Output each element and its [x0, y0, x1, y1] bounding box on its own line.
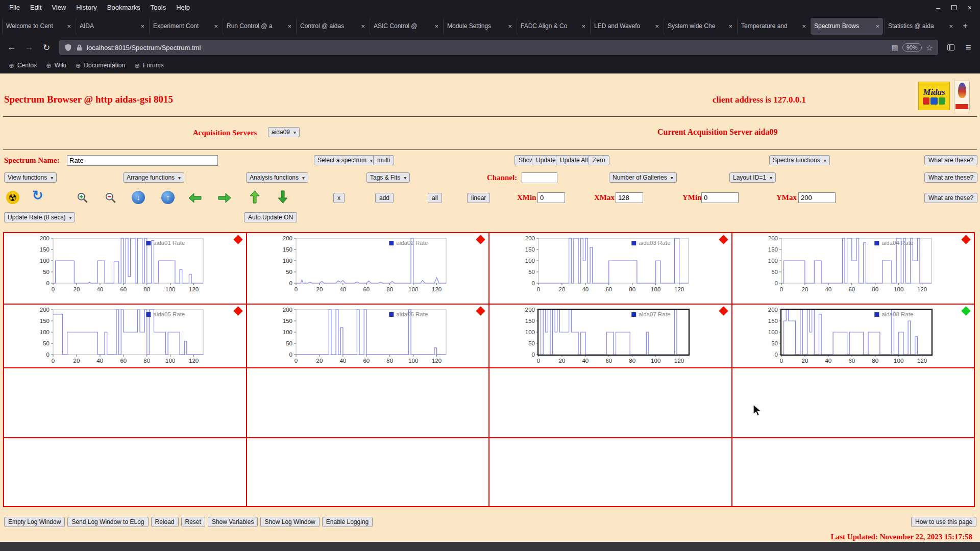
multi-button[interactable]: multi [373, 155, 394, 165]
midas-logo[interactable]: Midas [918, 82, 950, 110]
reload-button[interactable]: ↻ [39, 40, 54, 55]
how-to-use-button[interactable]: How to use this page [911, 517, 976, 527]
gallery-cell-aida08[interactable]: 050100150200020406080100120aida08 Rate [732, 304, 975, 368]
acquisition-server-select[interactable]: aida09 [268, 127, 300, 137]
tab-close-icon[interactable]: × [287, 22, 291, 30]
menu-edit[interactable]: Edit [25, 0, 46, 15]
new-tab-button[interactable]: + [957, 18, 973, 34]
browser-tab[interactable]: Run Control @ a× [223, 18, 295, 35]
show-variables-button[interactable]: Show Variables [208, 517, 258, 527]
gallery-cell-empty[interactable] [489, 438, 732, 507]
arrange-functions-dropdown[interactable]: Arrange functions [123, 172, 184, 183]
what-are-these-button-2[interactable]: What are these? [924, 172, 977, 183]
browser-tab[interactable]: Temperature and× [737, 18, 810, 35]
gallery-cell-aida06[interactable]: 050100150200020406080100120aida06 Rate [247, 304, 489, 368]
select-spectrum-dropdown[interactable]: Select a spectrum [314, 155, 376, 165]
tab-close-icon[interactable]: × [361, 22, 365, 30]
send-log-window-to-elog-button[interactable]: Send Log Window to ELog [67, 517, 148, 527]
x-button[interactable]: x [333, 193, 345, 203]
gallery-cell-empty[interactable] [247, 438, 489, 507]
add-button[interactable]: add [375, 193, 394, 203]
spectrum-chart-aida08[interactable]: 050100150200020406080100120aida08 Rate [732, 305, 975, 367]
tcl-powered-logo[interactable] [954, 81, 970, 111]
back-button[interactable]: ← [4, 40, 19, 55]
zoom-in-icon[interactable] [76, 191, 90, 205]
reader-mode-icon[interactable]: ▤ [891, 43, 898, 52]
scroll-up-icon[interactable]: ↑ [161, 191, 175, 204]
bookmark-centos[interactable]: ⊕Centos [4, 60, 41, 71]
spectrum-chart-aida01[interactable]: 050100150200020406080100120aida01 Rate [4, 233, 247, 295]
menu-bookmarks[interactable]: Bookmarks [102, 0, 145, 15]
xmin-input[interactable] [537, 192, 565, 203]
tab-close-icon[interactable]: × [67, 22, 71, 30]
what-are-these-button-3[interactable]: What are these? [924, 193, 977, 203]
menu-view[interactable]: View [46, 0, 71, 15]
spectrum-chart-aida03[interactable]: 050100150200020406080100120aida03 Rate [489, 233, 732, 295]
linear-button[interactable]: linear [467, 193, 490, 203]
bookmark-star-icon[interactable]: ☆ [926, 43, 933, 53]
url-text[interactable]: localhost:8015/Spectrum/Spectrum.tml [87, 44, 887, 52]
lock-icon[interactable] [76, 44, 83, 52]
reload-button[interactable]: Reload [151, 517, 179, 527]
gallery-cell-aida01[interactable]: 050100150200020406080100120aida01 Rate [4, 233, 247, 304]
zoom-indicator[interactable]: 90% [902, 43, 922, 52]
browser-tab[interactable]: AIDA× [76, 18, 148, 35]
sidebar-icon[interactable] [943, 40, 959, 55]
show-log-window-button[interactable]: Show Log Window [260, 517, 319, 527]
gallery-cell-empty[interactable] [4, 438, 247, 507]
pan-up-icon[interactable] [248, 190, 262, 204]
zoom-out-icon[interactable] [104, 191, 118, 205]
tab-close-icon[interactable]: × [949, 22, 953, 30]
browser-tab[interactable]: ASIC Control @× [370, 18, 442, 35]
gallery-cell-empty[interactable] [489, 368, 732, 438]
spectrum-chart-aida07[interactable]: 050100150200020406080100120aida07 Rate [489, 305, 732, 367]
gallery-cell-aida02[interactable]: 050100150200020406080100120aida02 Rate [247, 233, 489, 304]
tab-close-icon[interactable]: × [875, 22, 879, 30]
gallery-cell-empty[interactable] [732, 438, 975, 507]
menu-tools[interactable]: Tools [145, 0, 171, 15]
browser-tab[interactable]: FADC Align & Co× [517, 18, 589, 35]
tab-close-icon[interactable]: × [581, 22, 585, 30]
auto-update-button[interactable]: Auto Update ON [244, 212, 297, 222]
spectra-functions-dropdown[interactable]: Spectra functions [769, 155, 830, 165]
spectrum-chart-aida05[interactable]: 050100150200020406080100120aida05 Rate [4, 305, 247, 367]
close-button[interactable]: × [968, 4, 972, 11]
tab-close-icon[interactable]: × [140, 22, 144, 30]
all-button[interactable]: all [428, 193, 442, 203]
tab-close-icon[interactable]: × [508, 22, 512, 30]
tab-close-icon[interactable]: × [728, 22, 732, 30]
what-are-these-button-1[interactable]: What are these? [924, 155, 977, 165]
menu-help[interactable]: Help [171, 0, 195, 15]
bookmark-documentation[interactable]: ⊕Documentation [71, 60, 130, 71]
radiation-icon[interactable]: ☢ [6, 191, 19, 204]
browser-tab[interactable]: Statistics @ aida× [884, 18, 957, 35]
pan-right-icon[interactable] [217, 191, 232, 205]
update-all-button[interactable]: Update All [556, 155, 592, 165]
bookmark-forums[interactable]: ⊕Forums [130, 60, 168, 71]
tab-close-icon[interactable]: × [214, 22, 218, 30]
number-of-galleries-dropdown[interactable]: Number of Galleries [609, 172, 677, 183]
browser-tab[interactable]: LED and Wavefo× [590, 18, 663, 35]
channel-input[interactable] [522, 172, 557, 183]
gallery-cell-aida03[interactable]: 050100150200020406080100120aida03 Rate [489, 233, 732, 304]
gallery-cell-empty[interactable] [247, 368, 489, 438]
enable-logging-button[interactable]: Enable Logging [322, 517, 373, 527]
tab-close-icon[interactable]: × [655, 22, 659, 30]
gallery-cell-empty[interactable] [4, 368, 247, 438]
url-bar[interactable]: localhost:8015/Spectrum/Spectrum.tml ▤ 9… [59, 40, 938, 55]
gallery-cell-aida07[interactable]: 050100150200020406080100120aida07 Rate [489, 304, 732, 368]
tab-close-icon[interactable]: × [434, 22, 438, 30]
shield-icon[interactable] [64, 43, 72, 52]
pan-left-icon[interactable] [188, 191, 202, 205]
bookmark-wiki[interactable]: ⊕Wiki [41, 60, 71, 71]
pan-down-icon[interactable] [276, 190, 290, 204]
tags-fits-dropdown[interactable]: Tags & Fits [366, 172, 410, 183]
menu-file[interactable]: File [4, 0, 25, 15]
view-functions-dropdown[interactable]: View functions [4, 172, 57, 183]
empty-log-window-button[interactable]: Empty Log Window [4, 517, 65, 527]
browser-tab[interactable]: Module Settings× [443, 18, 516, 35]
tab-close-icon[interactable]: × [802, 22, 806, 30]
refresh-icon[interactable]: ↻ [31, 189, 45, 203]
ymin-input[interactable] [701, 192, 739, 203]
gallery-cell-aida04[interactable]: 050100150200020406080100120aida04 Rate [732, 233, 975, 304]
